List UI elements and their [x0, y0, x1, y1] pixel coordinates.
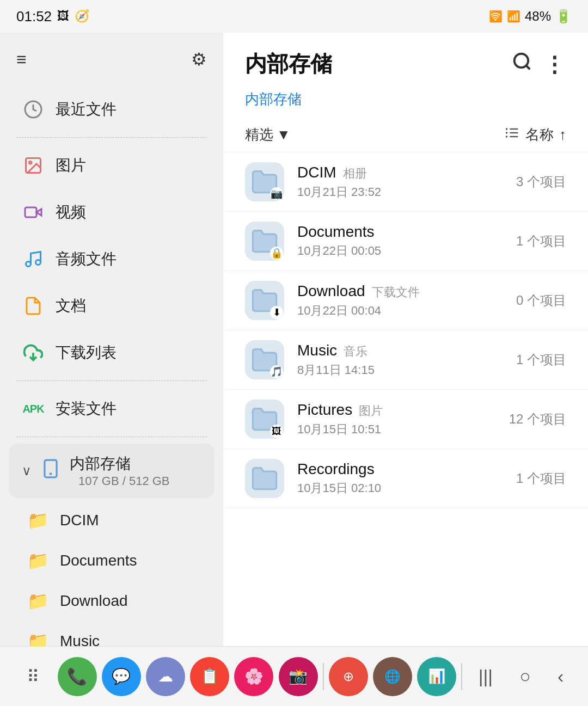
- file-count: 3 个项目: [516, 173, 566, 191]
- folder-icon: 📁: [27, 550, 49, 571]
- folder-name-music: Music: [60, 633, 100, 646]
- app-tasks[interactable]: 📋: [190, 657, 229, 696]
- list-toolbar: 精选 ▼ 名称 ↑: [223, 120, 588, 152]
- file-date: 10月15日 10:51: [297, 421, 509, 438]
- sidebar-folder-music[interactable]: 📁 Music: [0, 621, 223, 646]
- sidebar-item-photos[interactable]: 图片: [0, 142, 223, 189]
- file-date: 10月15日 02:10: [297, 480, 516, 496]
- file-name: Download: [297, 283, 365, 300]
- app-camera[interactable]: 📸: [279, 657, 318, 696]
- file-count: 0 个项目: [516, 292, 566, 309]
- folder-icon: 📁: [27, 631, 49, 646]
- hamburger-icon[interactable]: ≡: [16, 50, 27, 70]
- breadcrumb-link[interactable]: 内部存储: [245, 91, 302, 107]
- app-phone[interactable]: 📞: [58, 657, 97, 696]
- sidebar-item-docs[interactable]: 文档: [0, 283, 223, 329]
- svg-point-6: [36, 260, 41, 265]
- table-row[interactable]: 🔒 Documents 10月22日 00:05 1 个项目: [223, 212, 588, 271]
- divider-1: [16, 137, 207, 138]
- divider-2: [16, 380, 207, 381]
- status-right: 🛜 📶 48% 🔋: [489, 9, 572, 24]
- folder-name-documents: Documents: [60, 552, 137, 569]
- sidebar-folder-dcim[interactable]: 📁 DCIM: [0, 500, 223, 541]
- status-left: 01:52 🖼 🧭: [16, 8, 89, 25]
- file-count: 12 个项目: [509, 410, 566, 428]
- file-info: Music 音乐 8月11日 14:15: [297, 342, 516, 378]
- table-row[interactable]: 🎵 Music 音乐 8月11日 14:15 1 个项目: [223, 330, 588, 390]
- file-name: Pictures: [297, 401, 352, 419]
- app-overlay-1[interactable]: ⊕: [329, 657, 368, 696]
- breadcrumb: 内部存储: [223, 90, 588, 120]
- content-panel: 内部存储 ⋮ 内部存储 精选 ▼: [223, 33, 588, 646]
- file-info: Documents 10月22日 00:05: [297, 223, 516, 259]
- folder-icon-wrap: 🔒: [245, 222, 284, 261]
- search-icon[interactable]: [512, 51, 532, 77]
- sidebar-item-apk[interactable]: APK 安装文件: [0, 385, 223, 432]
- audio-icon: [22, 248, 45, 271]
- table-row[interactable]: ⬇ Download 下载文件 10月22日 00:04 0 个项目: [223, 271, 588, 330]
- audio-label: 音频文件: [56, 249, 117, 269]
- recent-apps-button[interactable]: |||: [468, 660, 504, 692]
- file-name: Music: [297, 342, 337, 359]
- app-blossom[interactable]: 🌸: [234, 657, 273, 696]
- file-tag: 图片: [359, 403, 383, 419]
- gallery-icon: 🖼: [57, 9, 69, 23]
- sort-icon: [505, 125, 520, 144]
- file-count: 1 个项目: [516, 470, 566, 487]
- more-options-icon[interactable]: ⋮: [543, 53, 566, 75]
- sidebar-folder-documents[interactable]: 📁 Documents: [0, 541, 223, 581]
- file-date: 10月21日 23:52: [297, 184, 516, 200]
- home-button[interactable]: ○: [509, 660, 542, 692]
- folder-name-dcim: DCIM: [60, 512, 99, 529]
- sidebar-item-audio[interactable]: 音频文件: [0, 236, 223, 283]
- select-label: 精选: [245, 125, 273, 144]
- file-name: Documents: [297, 223, 375, 241]
- main-layout: ≡ ⚙ 最近文件 图片: [0, 33, 588, 646]
- nav-divider-2: [461, 663, 462, 690]
- folder-icon-wrap: 🖼: [245, 400, 284, 439]
- app-overlay-2[interactable]: 🌐: [373, 657, 412, 696]
- chevron-down-icon: ∨: [22, 463, 32, 478]
- file-name: Recordings: [297, 461, 375, 478]
- sidebar-folder-download[interactable]: 📁 Download: [0, 581, 223, 621]
- content-title: 内部存储: [245, 49, 332, 79]
- app-grid-icon[interactable]: ⠿: [14, 657, 53, 696]
- sidebar-item-internal-storage[interactable]: ∨ 内部存储 107 GB / 512 GB: [9, 444, 215, 498]
- docs-icon: [22, 294, 45, 317]
- sidebar-item-videos[interactable]: 视频: [0, 189, 223, 236]
- file-info: Recordings 10月15日 02:10: [297, 461, 516, 496]
- photos-icon: [22, 154, 45, 177]
- file-info: Pictures 图片 10月15日 10:51: [297, 401, 509, 438]
- back-button[interactable]: ‹: [547, 660, 574, 692]
- table-row[interactable]: 📷 DCIM 相册 10月21日 23:52 3 个项目: [223, 152, 588, 212]
- table-row[interactable]: Recordings 10月15日 02:10 1 个项目: [223, 449, 588, 508]
- sidebar-item-downloads[interactable]: 下载列表: [0, 329, 223, 376]
- folder-icon-wrap: [245, 459, 284, 498]
- app-stats[interactable]: 📊: [417, 657, 456, 696]
- battery-icon: 🔋: [555, 9, 572, 24]
- svg-line-11: [526, 65, 530, 69]
- sidebar: ≡ ⚙ 最近文件 图片: [0, 33, 223, 646]
- file-date: 10月22日 00:04: [297, 303, 516, 319]
- file-info: Download 下载文件 10月22日 00:04: [297, 283, 516, 319]
- sort-area[interactable]: 名称 ↑: [505, 125, 566, 144]
- svg-point-5: [26, 262, 31, 267]
- wifi-icon: 🛜: [489, 10, 503, 23]
- svg-point-2: [29, 162, 32, 164]
- sidebar-header: ≡ ⚙: [0, 44, 223, 86]
- app-messages[interactable]: 💬: [102, 657, 141, 696]
- app-galaxy[interactable]: ☁: [146, 657, 185, 696]
- table-row[interactable]: 🖼 Pictures 图片 10月15日 10:51 12 个项目: [223, 390, 588, 449]
- storage-size: 107 GB / 512 GB: [78, 474, 170, 488]
- bottom-nav: ⠿ 📞 💬 ☁ 📋 🌸 📸 ⊕ 🌐 📊 ||| ○ ‹: [0, 646, 588, 706]
- docs-label: 文档: [56, 296, 86, 316]
- sidebar-item-recent[interactable]: 最近文件: [0, 86, 223, 133]
- file-count: 1 个项目: [516, 232, 566, 250]
- file-list: 📷 DCIM 相册 10月21日 23:52 3 个项目 🔒 Documents: [223, 152, 588, 646]
- file-tag: 音乐: [344, 343, 367, 360]
- sort-arrow: ↑: [559, 126, 566, 143]
- settings-icon[interactable]: ⚙: [191, 49, 207, 70]
- folder-icon-wrap: 📷: [245, 162, 284, 201]
- select-filter[interactable]: 精选 ▼: [245, 125, 291, 144]
- status-bar: 01:52 🖼 🧭 🛜 📶 48% 🔋: [0, 0, 588, 33]
